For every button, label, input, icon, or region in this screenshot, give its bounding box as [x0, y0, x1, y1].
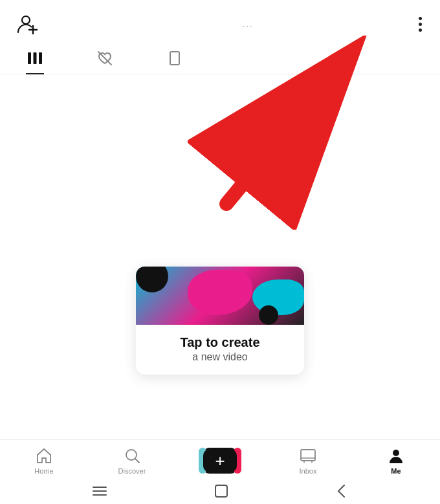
nav-item-home[interactable]: Home	[25, 446, 63, 475]
nav-label-inbox: Inbox	[300, 467, 317, 475]
create-button[interactable]: +	[202, 448, 238, 474]
svg-rect-18	[215, 485, 227, 497]
tab-saved[interactable]	[166, 43, 184, 74]
header-title: ...	[242, 18, 252, 30]
create-card-subtitle: a new video	[136, 351, 304, 363]
nav-label-home: Home	[34, 467, 53, 475]
system-menu-button[interactable]	[93, 486, 107, 496]
system-back-button[interactable]	[336, 484, 347, 498]
header: ...	[0, 0, 440, 43]
svg-point-14	[393, 450, 399, 456]
profile-tabs	[0, 43, 440, 74]
system-nav	[0, 478, 440, 504]
add-user-icon[interactable]	[16, 12, 40, 36]
nav-item-discover[interactable]: Discover	[113, 446, 151, 475]
svg-line-11	[135, 459, 139, 463]
nav-label-me: Me	[391, 467, 401, 475]
create-card-title: Tap to create	[136, 335, 304, 350]
svg-rect-3	[28, 52, 31, 64]
more-options-button[interactable]	[416, 14, 424, 34]
svg-rect-7	[170, 52, 179, 65]
tab-liked[interactable]	[96, 43, 114, 74]
create-card-body: Tap to create a new video	[136, 325, 304, 375]
nav-label-discover: Discover	[118, 467, 146, 475]
svg-rect-5	[39, 52, 42, 64]
svg-rect-4	[34, 52, 37, 64]
nav-item-me[interactable]: Me	[377, 446, 415, 475]
create-card-image	[136, 267, 304, 325]
system-home-button[interactable]	[214, 484, 228, 498]
tab-grid[interactable]	[26, 43, 44, 74]
create-card[interactable]: Tap to create a new video	[136, 267, 304, 375]
nav-item-create[interactable]: +	[201, 448, 239, 474]
main-content	[0, 74, 440, 281]
nav-item-inbox[interactable]: Inbox	[289, 446, 327, 475]
header-left	[16, 12, 40, 36]
create-button-inner: +	[203, 449, 237, 472]
svg-point-0	[22, 16, 30, 24]
bottom-nav: Home Discover + Inbox Me	[0, 439, 440, 475]
plus-icon: +	[215, 452, 225, 469]
svg-rect-12	[301, 450, 315, 461]
